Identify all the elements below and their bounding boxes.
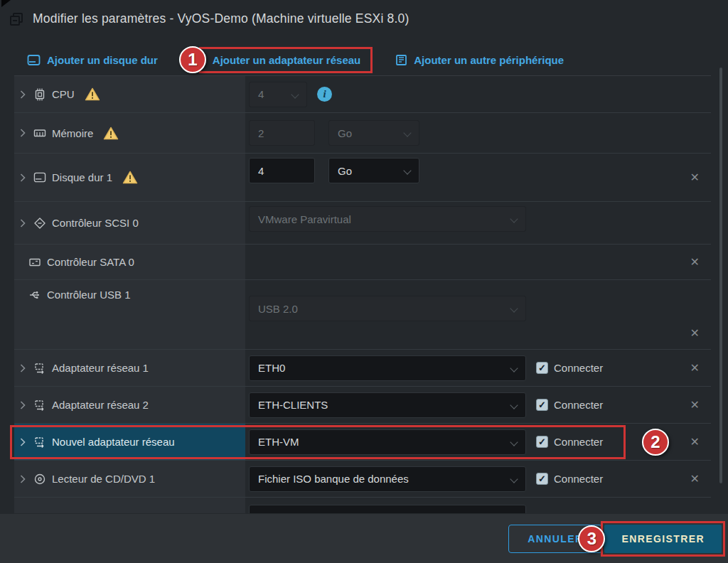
row-net2-control-cell: ETH-CLIENTS ✓ Connecter [245, 387, 711, 423]
edit-vm-icon [7, 10, 26, 28]
chevron-down-icon [510, 215, 518, 222]
net1-portgroup-value: ETH0 [258, 362, 285, 374]
connect-checkbox[interactable]: ✓ [536, 399, 548, 411]
remove-device-button[interactable]: ✕ [690, 363, 700, 374]
add-hard-disk-button[interactable]: Ajouter un disque dur [14, 54, 158, 66]
row-sata-label-cell: Contrôleur SATA 0 [14, 245, 245, 279]
expand-chevron-icon[interactable] [18, 438, 28, 446]
add-hard-disk-label: Ajouter un disque dur [47, 54, 158, 66]
sata-controller-icon [28, 256, 41, 269]
memory-unit-select[interactable]: Go [328, 120, 419, 146]
expand-chevron-icon[interactable] [18, 90, 28, 99]
annotation-step-2: 2 [642, 429, 669, 456]
expand-chevron-icon[interactable] [18, 129, 28, 137]
connect-checkbox-wrap[interactable]: ✓ Connecter [536, 399, 603, 411]
expand-chevron-icon[interactable] [18, 401, 28, 409]
remove-device-button[interactable]: ✕ [690, 172, 700, 183]
scrollbar[interactable] [719, 68, 722, 483]
chevron-down-icon [291, 90, 299, 98]
chevron-down-icon [510, 438, 518, 446]
memory-unit-value: Go [338, 127, 352, 139]
expand-chevron-icon[interactable] [18, 475, 28, 483]
row-scsi-control-cell: VMware Paravirtual [245, 202, 711, 244]
connect-checkbox[interactable]: ✓ [536, 436, 548, 448]
row-net2-label-cell: Adaptateur réseau 2 [14, 387, 245, 423]
net1-portgroup-select[interactable]: ETH0 [249, 355, 526, 381]
row-scsi-controller: Contrôleur SCSI 0 VMware Paravirtual [14, 202, 711, 245]
network-adapter-icon [33, 436, 46, 449]
warning-icon [85, 87, 100, 101]
cpu-count-select[interactable]: 4 [249, 82, 307, 107]
row-sata-label: Contrôleur SATA 0 [47, 256, 134, 268]
connect-checkbox[interactable]: ✓ [536, 362, 548, 374]
remove-device-button[interactable]: ✕ [690, 328, 700, 339]
partial-select[interactable] [249, 505, 526, 513]
row-hard-disk-1-label-cell: Disque dur 1 [14, 154, 245, 201]
network-adapter-icon [33, 399, 46, 412]
net2-portgroup-select[interactable]: ETH-CLIENTS [249, 392, 526, 418]
chevron-down-icon [403, 166, 411, 174]
expand-chevron-icon[interactable] [18, 173, 28, 182]
connect-label: Connecter [554, 436, 603, 448]
warning-icon [103, 127, 119, 140]
connect-checkbox[interactable]: ✓ [536, 473, 548, 485]
row-cd-label-cell: Lecteur de CD/DVD 1 [14, 461, 245, 497]
row-usb-control-cell: USB 2.0 [245, 280, 711, 349]
remove-device-button[interactable]: ✕ [690, 436, 700, 448]
other-device-add-icon [395, 54, 407, 66]
connect-label: Connecter [554, 473, 603, 485]
info-icon[interactable]: i [317, 87, 332, 102]
add-network-adapter-button[interactable]: Ajouter un adaptateur réseau [213, 54, 360, 66]
add-other-device-button[interactable]: Ajouter un autre périphérique [395, 54, 564, 66]
annotation-box-save: ENREGISTRER [601, 521, 725, 557]
check-icon: ✓ [538, 363, 546, 373]
row-cpu-label-cell: CPU [14, 76, 245, 112]
row-scsi-label: Contrôleur SCSI 0 [52, 217, 139, 229]
remove-device-button[interactable]: ✕ [690, 473, 700, 485]
usb-version-select[interactable]: USB 2.0 [249, 296, 526, 321]
expand-chevron-icon[interactable] [18, 219, 28, 227]
expand-chevron-icon[interactable] [18, 364, 28, 372]
row-partial-control-cell [245, 498, 711, 513]
row-sata-controller: Contrôleur SATA 0 ✕ [14, 245, 711, 280]
play-marker-icon [1, 0, 11, 7]
chevron-down-icon [510, 364, 518, 372]
annotation-step-3: 3 [578, 525, 605, 552]
row-cpu: CPU 4 i [14, 76, 711, 113]
cd-media-value: Fichier ISO banque de données [258, 473, 409, 485]
disk-size-input[interactable] [249, 158, 315, 183]
scsi-type-value: VMware Paravirtual [258, 213, 351, 225]
scsi-type-select[interactable]: VMware Paravirtual [249, 206, 526, 232]
add-other-device-label: Ajouter un autre périphérique [414, 54, 564, 66]
cd-dvd-icon [33, 473, 46, 486]
save-button[interactable]: ENREGISTRER [604, 525, 722, 553]
row-net1-control-cell: ETH0 ✓ Connecter [245, 350, 711, 386]
row-scsi-label-cell: Contrôleur SCSI 0 [14, 202, 245, 244]
connect-checkbox-wrap[interactable]: ✓ Connecter [536, 473, 603, 485]
remove-device-button[interactable]: ✕ [690, 400, 700, 411]
remove-device-button[interactable]: ✕ [690, 257, 700, 268]
check-icon: ✓ [538, 400, 546, 410]
row-usb-label: Contrôleur USB 1 [47, 289, 131, 301]
connect-label: Connecter [554, 362, 603, 374]
annotation-box-add-network: Ajouter un adaptateur réseau [199, 47, 373, 73]
chevron-down-icon [510, 475, 518, 483]
connect-label: Connecter [554, 399, 603, 411]
row-memory-control-cell: Go [245, 113, 711, 153]
new-net-portgroup-select[interactable]: ETH-VM [249, 429, 526, 455]
net2-portgroup-value: ETH-CLIENTS [258, 399, 328, 411]
cpu-icon [33, 88, 46, 101]
hardware-table: CPU 4 i [14, 75, 711, 513]
disk-unit-value: Go [338, 165, 352, 177]
row-hard-disk-1: Disque dur 1 Go ✕ [14, 154, 711, 202]
row-new-network-adapter: Nouvel adaptateur réseau ETH-VM ✓ Connec… [14, 424, 711, 461]
row-usb-label-cell: Contrôleur USB 1 [14, 280, 245, 349]
cd-media-select[interactable]: Fichier ISO banque de données [249, 466, 526, 492]
connect-checkbox-wrap[interactable]: ✓ Connecter [536, 436, 603, 448]
row-sata-control-cell [245, 245, 711, 279]
row-usb-controller: Contrôleur USB 1 USB 2.0 ✕ [14, 280, 711, 350]
connect-checkbox-wrap[interactable]: ✓ Connecter [536, 362, 603, 374]
row-cd-control-cell: Fichier ISO banque de données ✓ Connecte… [245, 461, 711, 497]
memory-size-input[interactable] [249, 120, 315, 146]
disk-unit-select[interactable]: Go [328, 158, 419, 183]
